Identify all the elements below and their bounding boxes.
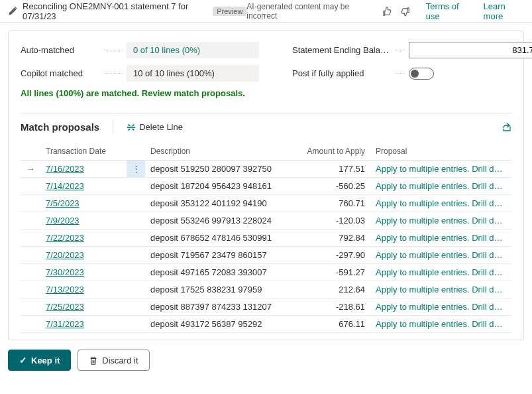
auto-matched-value[interactable]: 0 of 10 lines (0%)	[127, 42, 259, 58]
row-proposal-link[interactable]: Apply to multiple entries. Drill down to…	[370, 230, 511, 247]
table-row[interactable]: 7/5/2023deposit 353122 401192 94190760.7…	[21, 195, 511, 212]
delete-line-label: Delete Line	[139, 122, 183, 132]
top-bar: Reconciling ONE2MNY-001 statement 7 for …	[0, 0, 532, 23]
row-arrow-icon	[21, 264, 40, 281]
preview-badge: Preview	[213, 7, 246, 16]
row-menu-button[interactable]	[127, 195, 145, 212]
row-proposal-link[interactable]: Apply to multiple entries. Drill down to…	[370, 247, 511, 264]
col-transaction-date[interactable]: Transaction Date	[40, 143, 127, 161]
transaction-date-link[interactable]: 7/9/2023	[46, 216, 80, 226]
transaction-date-link[interactable]: 7/14/2023	[46, 181, 84, 191]
footer: ✓ Keep it Discard it	[0, 340, 532, 380]
table-row[interactable]: 7/9/2023deposit 553246 997913 228024-120…	[21, 212, 511, 230]
row-description: deposit 719567 23479 860157	[145, 247, 297, 264]
ai-disclaimer: AI-generated content may be incorrect	[246, 2, 372, 21]
proposals-table: Transaction Date Description Amount to A…	[21, 143, 511, 333]
row-menu-button[interactable]: ⋮	[127, 161, 145, 178]
transaction-date-link[interactable]: 7/5/2023	[46, 198, 80, 208]
row-description: deposit 493172 56387 95292	[145, 316, 297, 333]
row-amount: -591.27	[297, 264, 370, 281]
delete-line-button[interactable]: Delete Line	[127, 121, 183, 132]
transaction-date-link[interactable]: 7/30/2023	[46, 267, 84, 277]
row-menu-button[interactable]	[127, 230, 145, 247]
discard-it-label: Discard it	[102, 356, 138, 365]
row-amount: 676.11	[297, 316, 370, 333]
row-description: deposit 887397 874233 131207	[145, 298, 297, 316]
row-menu-button[interactable]	[127, 247, 145, 264]
transaction-date-link[interactable]: 7/20/2023	[46, 250, 84, 260]
col-amount[interactable]: Amount to Apply	[297, 143, 370, 161]
transaction-date-link[interactable]: 7/16/2023	[46, 164, 84, 174]
row-arrow-icon	[21, 178, 40, 195]
row-proposal-link[interactable]: Apply to multiple entries. Drill down to…	[370, 298, 511, 316]
col-description[interactable]: Description	[145, 143, 297, 161]
row-menu-button[interactable]	[127, 298, 145, 316]
keep-it-label: Keep it	[31, 356, 60, 365]
row-arrow-icon	[21, 316, 40, 333]
row-proposal-link[interactable]: Apply to multiple entries. Drill down to…	[370, 178, 511, 195]
table-row[interactable]: 7/25/2023deposit 887397 874233 131207-21…	[21, 298, 511, 316]
table-row[interactable]: 7/31/2023deposit 493172 56387 95292676.1…	[21, 316, 511, 333]
ending-balance-label: Statement Ending Bala…	[292, 45, 392, 55]
row-arrow-icon	[21, 298, 40, 316]
row-arrow-icon: →	[21, 161, 40, 178]
row-menu-button[interactable]	[127, 316, 145, 333]
transaction-date-link[interactable]: 7/22/2023	[46, 233, 84, 243]
table-header-row: Transaction Date Description Amount to A…	[21, 143, 511, 161]
row-amount: 212.64	[297, 281, 370, 298]
row-amount: 177.51	[297, 161, 370, 178]
section-heading: Match proposals	[21, 121, 99, 133]
row-description: deposit 519250 280097 392750	[145, 161, 297, 178]
row-proposal-link[interactable]: Apply to multiple entries. Drill down to…	[370, 264, 511, 281]
table-row[interactable]: 7/22/2023deposit 678652 478146 530991792…	[21, 230, 511, 247]
share-icon[interactable]	[501, 121, 511, 133]
row-menu-button[interactable]	[127, 178, 145, 195]
main-card: Auto-matched 0 of 10 lines (0%) Statemen…	[8, 31, 524, 340]
transaction-date-link[interactable]: 7/25/2023	[46, 302, 84, 312]
row-arrow-icon	[21, 230, 40, 247]
row-menu-button[interactable]	[127, 281, 145, 298]
thumbs-down-button[interactable]	[396, 4, 414, 18]
row-proposal-link[interactable]: Apply to multiple entries. Drill down to…	[370, 195, 511, 212]
row-menu-button[interactable]	[127, 212, 145, 230]
delete-line-icon	[127, 121, 136, 132]
row-amount: -120.03	[297, 212, 370, 230]
row-menu-button[interactable]	[127, 264, 145, 281]
row-arrow-icon	[21, 212, 40, 230]
table-row[interactable]: 7/13/2023deposit 17525 838231 97959212.6…	[21, 281, 511, 298]
page-title: Reconciling ONE2MNY-001 statement 7 for …	[23, 1, 209, 21]
row-proposal-link[interactable]: Apply to multiple entries. Drill down to…	[370, 161, 511, 178]
row-arrow-icon	[21, 247, 40, 264]
row-proposal-link[interactable]: Apply to multiple entries. Drill down to…	[370, 316, 511, 333]
transaction-date-link[interactable]: 7/13/2023	[46, 285, 84, 295]
thumbs-up-button[interactable]	[378, 4, 396, 18]
table-row[interactable]: 7/14/2023deposit 187204 956423 948161-56…	[21, 178, 511, 195]
status-message: All lines (100%) are matched. Review mat…	[21, 88, 511, 98]
ending-balance-input[interactable]	[409, 42, 532, 58]
row-amount: 760.71	[297, 195, 370, 212]
terms-link[interactable]: Terms of use	[426, 1, 472, 21]
discard-it-button[interactable]: Discard it	[78, 350, 149, 371]
row-description: deposit 553246 997913 228024	[145, 212, 297, 230]
table-row[interactable]: 7/20/2023deposit 719567 23479 860157-297…	[21, 247, 511, 264]
post-applied-label: Post if fully applied	[292, 68, 392, 78]
keep-it-button[interactable]: ✓ Keep it	[8, 350, 71, 371]
post-applied-toggle[interactable]	[409, 68, 434, 80]
row-proposal-link[interactable]: Apply to multiple entries. Drill down to…	[370, 281, 511, 298]
row-description: deposit 497165 72083 393007	[145, 264, 297, 281]
edit-icon[interactable]	[8, 6, 17, 17]
table-row[interactable]: 7/30/2023deposit 497165 72083 393007-591…	[21, 264, 511, 281]
row-description: deposit 678652 478146 530991	[145, 230, 297, 247]
check-icon: ✓	[19, 355, 27, 365]
table-row[interactable]: →7/16/2023⋮deposit 519250 280097 3927501…	[21, 161, 511, 178]
transaction-date-link[interactable]: 7/31/2023	[46, 319, 84, 329]
row-arrow-icon	[21, 281, 40, 298]
col-proposal[interactable]: Proposal	[370, 143, 511, 161]
row-amount: 792.84	[297, 230, 370, 247]
copilot-matched-value[interactable]: 10 of 10 lines (100%)	[127, 65, 259, 82]
row-amount: -560.25	[297, 178, 370, 195]
row-proposal-link[interactable]: Apply to multiple entries. Drill down to…	[370, 212, 511, 230]
row-description: deposit 17525 838231 97959	[145, 281, 297, 298]
row-description: deposit 187204 956423 948161	[145, 178, 297, 195]
learn-more-link[interactable]: Learn more	[484, 1, 524, 21]
